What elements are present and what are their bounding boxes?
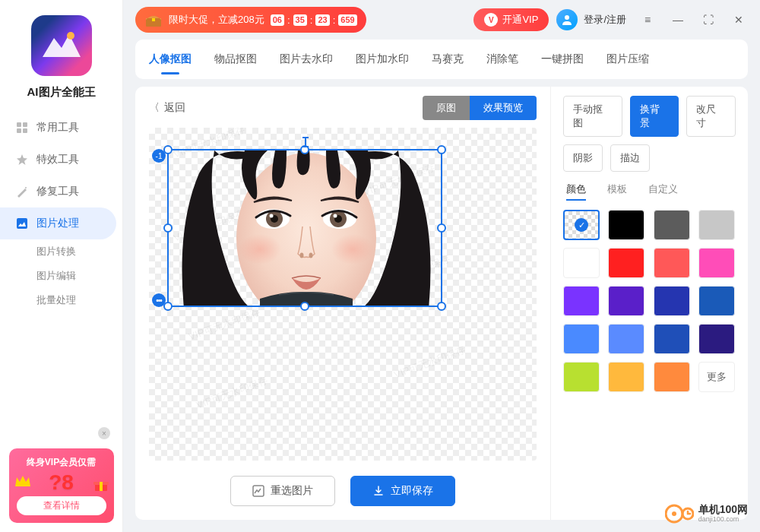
cd-mins: 35	[293, 14, 307, 26]
promo-banner[interactable]: 限时大促，立减208元 06: 35: 23: 659	[135, 7, 366, 33]
swatch-orange[interactable]	[654, 362, 690, 392]
svg-point-24	[300, 253, 304, 258]
canvas[interactable]: VIP可无水印保存 VIP可无水印保存 VIP可无水印保存 VIP可无水印保存 …	[149, 128, 537, 461]
vip-detail-btn[interactable]: 查看详情	[17, 496, 106, 515]
panel-row-1: 手动抠图 换背景 改尺寸	[563, 96, 736, 137]
nav-repair[interactable]: 修复工具	[0, 176, 122, 207]
reupload-btn[interactable]: 重选图片	[230, 476, 335, 506]
cd-secs: 23	[315, 14, 329, 26]
brand-url: danji100.com	[698, 516, 748, 524]
chevron-left-icon: 〈	[149, 101, 160, 115]
back-label: 返回	[164, 101, 185, 115]
nav-label: 修复工具	[36, 185, 79, 198]
nav-image-process[interactable]: 图片处理	[0, 207, 116, 239]
nav: 常用工具 特效工具 修复工具 图片处理 图片转换 图片编辑 批量处理	[0, 112, 122, 312]
change-bg-btn[interactable]: 换背景	[630, 96, 679, 137]
chest-icon	[144, 12, 163, 27]
resize-handle-mr[interactable]	[437, 223, 446, 233]
swatch-darkgray[interactable]	[654, 210, 690, 240]
resize-handle-ml[interactable]	[163, 223, 173, 233]
tab-eraser[interactable]: 消除笔	[486, 40, 518, 79]
shadow-btn[interactable]: 阴影	[563, 144, 603, 172]
tab-mosaic[interactable]: 马赛克	[432, 40, 464, 79]
reupload-label: 重选图片	[271, 484, 313, 498]
svg-rect-2	[23, 122, 27, 127]
tab-compress[interactable]: 图片压缩	[606, 40, 649, 79]
swatch-indigo[interactable]	[698, 324, 735, 354]
app-title: AI图片全能王	[27, 85, 96, 100]
resize-handle-tr[interactable]	[437, 145, 446, 154]
svg-point-28	[672, 511, 676, 516]
topbar: 限时大促，立减208元 06: 35: 23: 659 V 开通VIP 登录/注…	[123, 0, 760, 40]
view-original-btn[interactable]: 原图	[423, 96, 470, 120]
login-area[interactable]: 登录/注册	[556, 9, 626, 30]
swatch-more-btn[interactable]: 更多	[698, 362, 735, 392]
canvas-area: 〈 返回 原图 效果预览 VIP可无水印保存 VIP可无水印保存 VIP可无水印…	[135, 87, 550, 520]
nav-convert[interactable]: 图片转换	[0, 239, 122, 264]
bg-tabs: 颜色 模板 自定义	[563, 182, 736, 201]
swatch-lightred[interactable]	[654, 248, 690, 278]
swatch-lightblue[interactable]	[608, 324, 644, 354]
svg-point-23	[331, 234, 374, 264]
vip-card-title: 终身VIP会员仅需	[17, 456, 106, 469]
countdown: 06: 35: 23: 659	[271, 14, 357, 26]
swatch-violet[interactable]	[608, 286, 644, 316]
tab-add-watermark[interactable]: 图片加水印	[356, 40, 409, 79]
cd-hours: 06	[271, 14, 284, 26]
swatch-red[interactable]	[608, 248, 644, 278]
swatch-skyblue[interactable]	[563, 324, 600, 354]
vip-btn-label: 开通VIP	[502, 13, 538, 27]
tab-collage[interactable]: 一键拼图	[541, 40, 584, 79]
bg-tab-color[interactable]: 颜色	[566, 182, 586, 201]
layer-menu-btn[interactable]: •••	[152, 293, 166, 307]
layer-badge[interactable]: -1	[152, 149, 166, 163]
view-preview-btn[interactable]: 效果预览	[470, 96, 537, 120]
menu-btn[interactable]: ≡	[638, 11, 657, 29]
resize-handle-bm[interactable]	[300, 302, 309, 311]
collapse-sidebar-btn[interactable]: ×	[98, 427, 110, 439]
swatch-lime[interactable]	[563, 362, 600, 392]
tab-object-cutout[interactable]: 物品抠图	[214, 40, 257, 79]
resize-btn[interactable]: 改尺寸	[686, 96, 736, 137]
selection-box[interactable]: -1 •••	[167, 149, 442, 307]
swatch-purple[interactable]	[563, 286, 600, 316]
bg-tab-template[interactable]: 模板	[607, 182, 627, 201]
swatch-navy[interactable]	[654, 286, 690, 316]
swatch-white[interactable]	[563, 248, 600, 278]
tab-remove-watermark[interactable]: 图片去水印	[280, 40, 333, 79]
tab-portrait-cutout[interactable]: 人像抠图	[149, 40, 192, 79]
app-logo	[31, 15, 92, 76]
manual-cutout-btn[interactable]: 手动抠图	[563, 96, 622, 137]
swatch-amber[interactable]	[608, 362, 644, 392]
swatch-pink[interactable]	[698, 248, 735, 278]
resize-handle-br[interactable]	[437, 302, 446, 311]
save-btn[interactable]: 立即保存	[350, 476, 455, 506]
close-btn[interactable]: ✕	[730, 11, 748, 29]
nav-common-tools[interactable]: 常用工具	[0, 112, 122, 144]
site-brand: 单机100网 danji100.com	[665, 502, 748, 526]
svg-rect-4	[23, 128, 27, 133]
swatch-royalblue[interactable]	[654, 324, 690, 354]
back-btn[interactable]: 〈 返回	[149, 101, 185, 115]
maximize-btn[interactable]: ⛶	[699, 11, 717, 29]
bg-tab-custom[interactable]: 自定义	[648, 182, 678, 201]
cd-ms: 659	[338, 14, 356, 26]
save-label: 立即保存	[391, 484, 433, 498]
vip-promo-card[interactable]: 终身VIP会员仅需 ?8 查看详情	[9, 448, 114, 523]
nav-effects[interactable]: 特效工具	[0, 144, 122, 176]
text-cursor-icon	[305, 137, 306, 147]
svg-point-22	[239, 234, 281, 264]
minimize-btn[interactable]: —	[669, 11, 687, 29]
nav-batch[interactable]: 批量处理	[0, 288, 122, 312]
star-icon	[15, 153, 29, 166]
svg-point-25	[309, 253, 313, 258]
swatch-blue[interactable]	[698, 286, 735, 316]
open-vip-btn[interactable]: V 开通VIP	[473, 8, 549, 31]
swatch-lightgray[interactable]	[698, 210, 735, 240]
right-panel: 手动抠图 换背景 改尺寸 阴影 描边 颜色 模板 自定义 ✓	[550, 87, 748, 520]
swatch-black[interactable]	[608, 210, 644, 240]
nav-edit[interactable]: 图片编辑	[0, 264, 122, 288]
stroke-btn[interactable]: 描边	[610, 144, 650, 172]
swatch-transparent[interactable]: ✓	[563, 210, 600, 240]
brand-logo-icon	[665, 502, 694, 526]
